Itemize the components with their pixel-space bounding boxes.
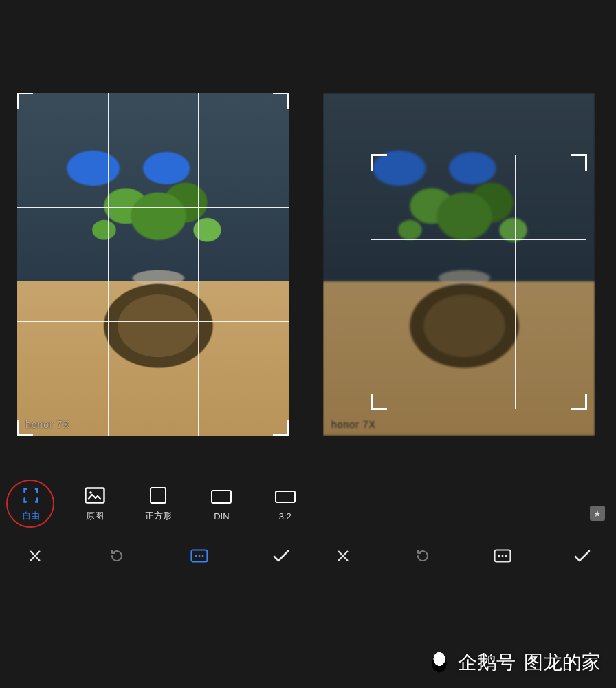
three-two-rect-icon — [274, 488, 296, 506]
cancel-button[interactable] — [327, 540, 359, 572]
svg-rect-0 — [85, 488, 104, 503]
image-icon — [84, 486, 106, 504]
aspect-ratio-label: 3:2 — [279, 511, 292, 522]
photo-content — [17, 93, 289, 436]
rotate-button[interactable] — [101, 540, 133, 572]
aspect-ratio-3-2[interactable]: 3:2 — [268, 488, 302, 522]
check-icon — [573, 548, 591, 563]
svg-point-1 — [89, 491, 92, 494]
aspect-menu-icon — [190, 549, 208, 563]
source-watermark: 企鹅号 图龙的家 — [429, 649, 601, 676]
svg-point-9 — [505, 555, 507, 557]
aspect-ratio-label: 正方形 — [145, 510, 172, 522]
aspect-ratio-label: 自由 — [22, 510, 40, 522]
aspect-menu-icon — [494, 549, 512, 563]
free-crop-icon — [20, 486, 42, 504]
confirm-button[interactable] — [265, 540, 297, 572]
crop-preview-right[interactable]: honor 7X — [323, 93, 595, 436]
svg-point-7 — [498, 555, 500, 557]
rotate-button[interactable] — [407, 540, 439, 572]
penguin-logo-icon — [429, 651, 450, 674]
crop-preview-left[interactable]: honor 7X — [17, 93, 289, 436]
svg-point-3 — [195, 555, 197, 557]
rotate-ccw-icon — [109, 548, 125, 564]
svg-point-4 — [198, 555, 200, 557]
device-watermark: honor 7X — [331, 419, 376, 430]
device-watermark: honor 7X — [25, 419, 70, 430]
author-name: 图龙的家 — [524, 649, 601, 676]
action-bar-right — [322, 540, 604, 572]
aspect-ratio-label: 原图 — [86, 510, 104, 522]
close-icon — [336, 548, 351, 563]
aspect-ratio-menu-button[interactable] — [487, 540, 518, 572]
aspect-ratio-square[interactable]: 正方形 — [141, 486, 175, 522]
aspect-ratio-menu-button[interactable] — [184, 540, 215, 572]
confirm-button[interactable] — [566, 540, 598, 572]
svg-point-8 — [502, 555, 504, 557]
check-icon — [272, 548, 290, 563]
din-rect-icon — [210, 488, 232, 506]
aspect-ratio-din[interactable]: DIN — [204, 488, 239, 522]
rotate-ccw-icon — [415, 548, 431, 564]
svg-point-5 — [201, 555, 204, 557]
aspect-ratio-toolbar: 自由 原图 正方形 DIN 3:2 — [14, 475, 302, 531]
action-bar-left — [14, 540, 302, 572]
aspect-ratio-label: DIN — [214, 511, 229, 522]
photo-content — [323, 93, 595, 436]
bookmark-star-icon[interactable]: ★ — [590, 506, 605, 521]
aspect-ratio-original[interactable]: 原图 — [77, 486, 111, 522]
square-icon — [147, 486, 169, 504]
aspect-ratio-free[interactable]: 自由 — [14, 486, 48, 522]
cancel-button[interactable] — [19, 540, 51, 572]
channel-name: 企鹅号 — [458, 649, 516, 676]
close-icon — [28, 548, 43, 563]
